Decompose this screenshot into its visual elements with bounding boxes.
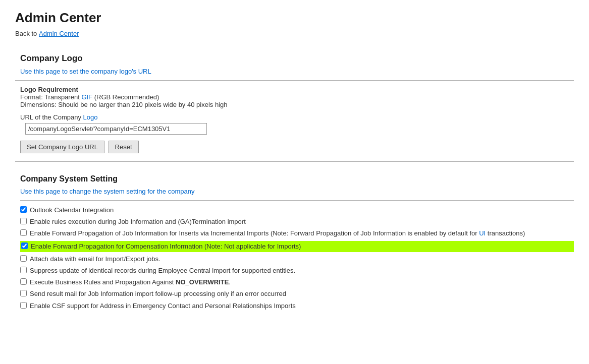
- logo-description: Use this page to set the company logo's …: [15, 68, 574, 75]
- checkbox-item-rules: Enable rules execution during Job Inform…: [20, 217, 574, 226]
- checkbox-suppress[interactable]: [20, 267, 27, 273]
- checkbox-rules-label: Enable rules execution during Job Inform…: [30, 217, 246, 226]
- checkbox-item-compensation: Enable Forward Propagation for Compensat…: [20, 241, 574, 252]
- url-label-before: URL of the Company: [20, 113, 83, 121]
- checkbox-item-forward-prop: Enable Forward Propagation of Job Inform…: [20, 229, 574, 238]
- url-input-container: [15, 123, 574, 135]
- checkbox-list: Outlook Calendar Integration Enable rule…: [20, 206, 574, 311]
- company-system-section: Company System Setting Use this page to …: [15, 174, 574, 311]
- checkbox-item-suppress: Suppress update of identical records dur…: [20, 266, 574, 275]
- checkbox-suppress-label: Suppress update of identical records dur…: [30, 266, 295, 275]
- back-text: Back to: [15, 30, 37, 37]
- checkbox-csf-label: Enable CSF support for Address in Emerge…: [30, 301, 296, 311]
- button-row: Set Company Logo URL Reset: [15, 141, 574, 153]
- logo-url-input[interactable]: [25, 123, 207, 135]
- checkbox-business-rules[interactable]: [20, 278, 27, 285]
- divider-2: [15, 161, 574, 162]
- checkbox-outlook-label: Outlook Calendar Integration: [30, 206, 114, 215]
- checkbox-send-result[interactable]: [20, 290, 27, 296]
- back-link[interactable]: Admin Center: [39, 30, 79, 37]
- req-format: Format: Transparent GIF (RGB Recommended…: [20, 93, 574, 101]
- checkbox-csf[interactable]: [20, 302, 27, 309]
- checkbox-item-csf: Enable CSF support for Address in Emerge…: [20, 301, 574, 311]
- checkbox-business-rules-label: Execute Business Rules and Propagation A…: [30, 278, 231, 287]
- req-title: Logo Requirement: [20, 86, 574, 93]
- logo-requirement: Logo Requirement Format: Transparent GIF…: [15, 86, 574, 108]
- logo-section-title: Company Logo: [15, 53, 574, 64]
- system-section-desc: Use this page to change the system setti…: [20, 188, 574, 195]
- checkbox-item-send-result: Send result mail for Job Information imp…: [20, 289, 574, 298]
- checkbox-item-business-rules: Execute Business Rules and Propagation A…: [20, 278, 574, 287]
- format-gif: GIF: [81, 93, 92, 101]
- reset-button[interactable]: Reset: [109, 141, 139, 153]
- page-title: Admin Center: [15, 10, 574, 26]
- url-label-container: URL of the Company Logo: [15, 113, 574, 121]
- checkbox-item-attach: Attach data with email for Import/Export…: [20, 255, 574, 264]
- checkbox-forward-prop-label: Enable Forward Propagation of Job Inform…: [30, 229, 525, 238]
- checkbox-send-result-label: Send result mail for Job Information imp…: [30, 289, 286, 298]
- checkbox-item-outlook: Outlook Calendar Integration: [20, 206, 574, 215]
- req-dimensions: Dimensions: Should be no larger than 210…: [20, 101, 574, 108]
- divider-1: [15, 80, 574, 81]
- checkbox-forward-prop[interactable]: [20, 229, 27, 236]
- divider-3: [20, 200, 574, 201]
- system-section-title: Company System Setting: [20, 174, 574, 184]
- url-label-link: Logo: [83, 113, 98, 121]
- set-logo-url-button[interactable]: Set Company Logo URL: [20, 141, 104, 153]
- format-rest: (RGB Recommended): [92, 93, 159, 101]
- format-label: Format: Transparent: [20, 93, 81, 101]
- checkbox-attach-label: Attach data with email for Import/Export…: [30, 255, 160, 264]
- checkbox-compensation-label: Enable Forward Propagation for Compensat…: [31, 242, 301, 251]
- checkbox-outlook[interactable]: [20, 206, 27, 213]
- checkbox-compensation[interactable]: [21, 242, 28, 249]
- checkbox-attach[interactable]: [20, 255, 27, 262]
- checkbox-rules[interactable]: [20, 218, 27, 224]
